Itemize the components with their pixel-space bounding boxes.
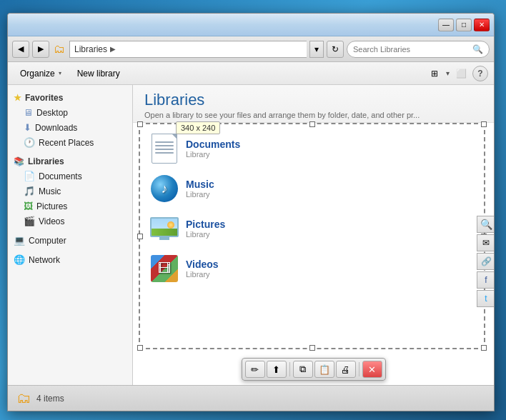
organize-chevron: ▾ bbox=[59, 70, 61, 76]
address-path[interactable]: Libraries ▶ bbox=[69, 41, 307, 58]
path-folder-icon: 🗂 bbox=[54, 43, 65, 56]
library-header-icon: 📚 bbox=[14, 156, 24, 166]
back-button[interactable]: ◀ bbox=[12, 41, 29, 58]
documents-text: Documents Library bbox=[186, 139, 240, 159]
preview-pane-button[interactable]: ⬜ bbox=[452, 65, 470, 82]
close-button[interactable]: ✕ bbox=[474, 19, 490, 31]
change-view-button[interactable]: ⊞ bbox=[426, 65, 443, 82]
sidebar-item-music[interactable]: 🎵 Music bbox=[8, 184, 132, 199]
close-action-button[interactable]: ✕ bbox=[362, 361, 382, 378]
documents-lib-icon bbox=[150, 134, 179, 163]
action-separator-1 bbox=[289, 362, 290, 376]
size-tooltip: 340 x 240 bbox=[176, 121, 220, 134]
sidebar-item-videos[interactable]: 🎬 Videos bbox=[8, 214, 132, 229]
social-sidebar: 🔍 ✉ 🔗 f t bbox=[477, 216, 494, 307]
pictures-text: Pictures Library bbox=[186, 219, 225, 239]
sidebar-videos-label: Videos bbox=[39, 216, 64, 226]
view-dropdown[interactable]: ▾ bbox=[446, 69, 450, 77]
new-library-label: New library bbox=[77, 69, 120, 79]
search-input[interactable] bbox=[353, 45, 470, 54]
monitor-sun bbox=[167, 221, 174, 229]
refresh-button[interactable]: ↻ bbox=[327, 41, 344, 58]
sidebar-item-documents[interactable]: 📄 Documents bbox=[8, 169, 132, 184]
library-item-documents[interactable]: Documents Library bbox=[144, 130, 482, 167]
monitor-stand bbox=[159, 237, 169, 240]
network-section: 🌐 Network bbox=[8, 252, 132, 267]
content-description: Open a library to see your files and arr… bbox=[144, 111, 482, 119]
sidebar-item-computer[interactable]: 💻 Computer bbox=[8, 233, 132, 248]
upload-action-button[interactable]: ⬆ bbox=[267, 361, 287, 378]
videos-lib-icon: 🎞 bbox=[150, 254, 179, 283]
music-icon: 🎵 bbox=[24, 186, 35, 196]
sidebar-computer-label: Computer bbox=[29, 236, 66, 246]
documents-lib-type: Library bbox=[186, 150, 240, 159]
new-library-button[interactable]: New library bbox=[71, 66, 126, 81]
copy-action-button[interactable]: ⧉ bbox=[293, 361, 313, 378]
title-bar: — □ ✕ bbox=[8, 14, 494, 36]
status-bar: 🗂 4 items bbox=[8, 385, 494, 411]
handle-middle-left[interactable] bbox=[137, 234, 143, 239]
downloads-icon: ⬇ bbox=[24, 122, 31, 133]
library-item-videos[interactable]: 🎞 Videos Library bbox=[144, 250, 482, 287]
desktop-icon: 🖥 bbox=[24, 107, 33, 118]
social-search-button[interactable]: 🔍 bbox=[477, 216, 494, 233]
sidebar-item-recent[interactable]: 🕐 Recent Places bbox=[8, 135, 132, 150]
social-twitter-button[interactable]: t bbox=[477, 290, 494, 307]
content-header: Libraries Open a library to see your fil… bbox=[133, 85, 494, 123]
address-bar: ◀ ▶ 🗂 Libraries ▶ ▾ ↻ 🔍 bbox=[8, 36, 494, 62]
libraries-label: Libraries bbox=[28, 156, 64, 166]
monitor-landscape bbox=[152, 229, 177, 236]
favorites-header[interactable]: ★ Favorites bbox=[8, 91, 132, 105]
sidebar-downloads-label: Downloads bbox=[35, 123, 77, 133]
social-facebook-button[interactable]: f bbox=[477, 271, 494, 289]
pictures-monitor-icon bbox=[150, 217, 179, 240]
social-email-button[interactable]: ✉ bbox=[477, 234, 494, 251]
forward-button[interactable]: ▶ bbox=[32, 41, 49, 58]
help-button[interactable]: ? bbox=[472, 66, 488, 81]
videos-lib-type: Library bbox=[186, 270, 219, 279]
sidebar-music-label: Music bbox=[39, 186, 61, 196]
handle-bottom-left[interactable] bbox=[137, 345, 143, 351]
maximize-button[interactable]: □ bbox=[456, 19, 472, 31]
sidebar-item-downloads[interactable]: ⬇ Downloads bbox=[8, 120, 132, 135]
sidebar-item-desktop[interactable]: 🖥 Desktop bbox=[8, 105, 132, 120]
handle-top-middle[interactable] bbox=[309, 121, 315, 127]
music-text: Music Library bbox=[186, 179, 214, 199]
network-icon: 🌐 bbox=[14, 254, 25, 265]
favorites-label: Favorites bbox=[25, 93, 63, 103]
pictures-icon: 🖼 bbox=[24, 201, 33, 211]
search-icon: 🔍 bbox=[472, 44, 483, 54]
handle-bottom-middle[interactable] bbox=[309, 345, 315, 351]
videos-text: Videos Library bbox=[186, 259, 219, 279]
library-item-pictures[interactable]: Pictures Library bbox=[144, 210, 482, 247]
edit-action-button[interactable]: ✏ bbox=[245, 361, 265, 378]
music-lib-type: Library bbox=[186, 190, 214, 199]
sidebar-docs-label: Documents bbox=[39, 171, 82, 181]
search-box[interactable]: 🔍 bbox=[347, 41, 490, 58]
videos-filmstrip-icon: 🎞 bbox=[151, 255, 178, 282]
music-lib-icon: ♪ bbox=[150, 174, 179, 203]
film-icon: 🎞 bbox=[158, 261, 171, 276]
doc-line-1 bbox=[155, 141, 174, 143]
social-link-button[interactable]: 🔗 bbox=[477, 253, 494, 270]
doc-line-3 bbox=[155, 149, 174, 150]
handle-top-right[interactable] bbox=[481, 121, 487, 127]
sidebar-item-network[interactable]: 🌐 Network bbox=[8, 252, 132, 267]
libraries-section: 📚 Libraries 📄 Documents 🎵 Music 🖼 Pictur… bbox=[8, 154, 132, 229]
organize-button[interactable]: Organize ▾ bbox=[14, 66, 68, 81]
sidebar-item-pictures[interactable]: 🖼 Pictures bbox=[8, 199, 132, 214]
computer-section: 💻 Computer bbox=[8, 233, 132, 248]
document-file-icon bbox=[152, 134, 177, 164]
pictures-lib-type: Library bbox=[186, 230, 225, 239]
sidebar: ★ Favorites 🖥 Desktop ⬇ Downloads 🕐 Rece… bbox=[8, 85, 133, 385]
address-dropdown[interactable]: ▾ bbox=[309, 41, 324, 58]
minimize-button[interactable]: — bbox=[438, 19, 454, 31]
libraries-header[interactable]: 📚 Libraries bbox=[8, 154, 132, 169]
handle-top-left[interactable] bbox=[137, 121, 143, 127]
documents-icon: 📄 bbox=[24, 171, 35, 181]
print-action-button[interactable]: 🖨 bbox=[336, 361, 356, 378]
library-item-music[interactable]: ♪ Music Library bbox=[144, 170, 482, 207]
handle-bottom-right[interactable] bbox=[481, 345, 487, 351]
paste-action-button[interactable]: 📋 bbox=[314, 361, 334, 378]
recent-icon: 🕐 bbox=[24, 137, 35, 148]
